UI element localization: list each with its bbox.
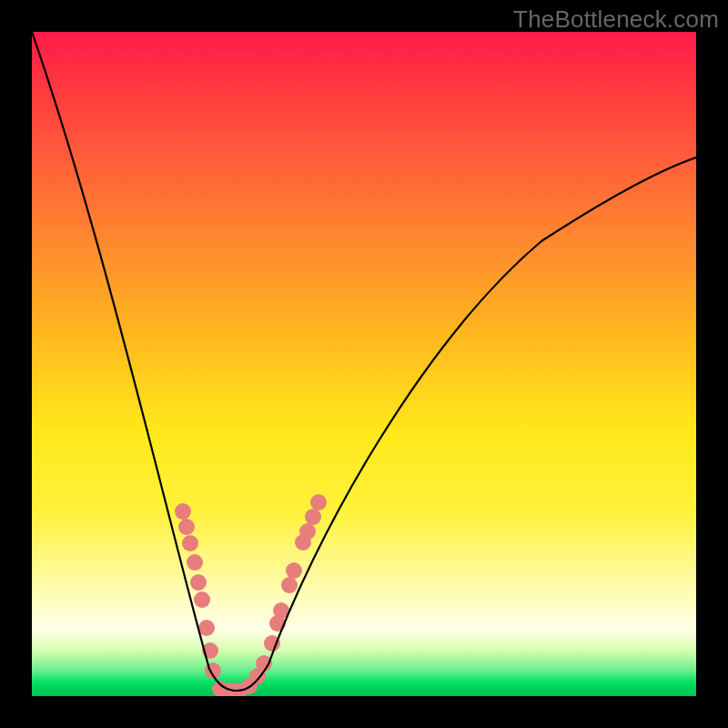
watermark-text: TheBottleneck.com — [513, 5, 719, 34]
data-marker — [310, 494, 327, 511]
data-marker — [198, 620, 215, 636]
chart-frame: TheBottleneck.com — [0, 0, 728, 728]
data-marker — [190, 574, 207, 591]
data-marker — [175, 503, 191, 520]
data-marker — [194, 592, 210, 608]
data-marker — [187, 554, 203, 571]
data-marker — [281, 577, 298, 593]
data-marker — [182, 535, 198, 551]
data-marker — [178, 519, 195, 535]
data-marker — [286, 562, 302, 579]
chart-plot-area — [32, 32, 696, 696]
marker-group — [175, 494, 327, 696]
bottleneck-curve-line — [32, 32, 696, 691]
data-marker — [305, 509, 321, 525]
chart-svg — [32, 32, 696, 696]
data-marker — [299, 523, 316, 540]
